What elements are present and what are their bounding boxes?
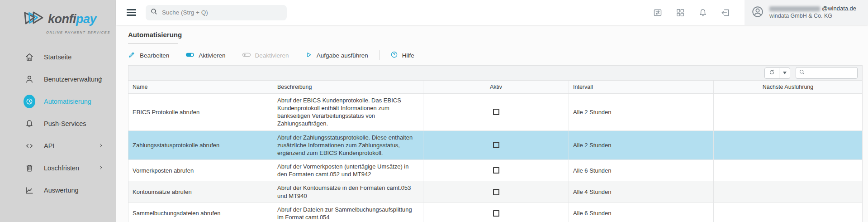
konfipay-logo-icon: [23, 9, 46, 29]
sidebar-item-push-services[interactable]: Push-Services: [0, 112, 116, 135]
toggle-off-icon: [242, 52, 251, 59]
action-toolbar: Bearbeiten Aktivieren Deaktivieren: [128, 49, 863, 61]
refresh-icon: [768, 69, 775, 77]
user-email-domain: @windata.de: [822, 5, 856, 12]
sidebar-item-label: API: [44, 142, 54, 150]
cell-description: Abruf der Zahlungsstatusprotokolle. Dies…: [273, 131, 423, 159]
main-area: @windata.de windata GmbH & Co. KG Automa…: [116, 0, 868, 222]
sidebar-item-label: Push-Services: [44, 120, 86, 127]
sidebar-nav: Startseite Benutzerverwaltung Automatisi…: [0, 46, 116, 201]
cell-next-run: [714, 131, 862, 159]
search-icon: [150, 8, 158, 17]
user-account-menu[interactable]: @windata.de windata GmbH & Co. KG: [745, 0, 868, 25]
cell-description: Abruf der EBICS Kundenprotokolle. Das EB…: [273, 94, 423, 130]
user-info: @windata.de windata GmbH & Co. KG: [769, 5, 856, 20]
search-icon: [799, 69, 805, 77]
column-header-intervall[interactable]: Intervall: [569, 81, 714, 93]
notifications-bell-icon[interactable]: [697, 7, 708, 18]
deactivate-button: Deaktivieren: [242, 52, 289, 59]
column-header-beschreibung[interactable]: Beschreibung: [273, 81, 423, 93]
cell-interval: Alle 2 Stunden: [569, 94, 714, 130]
cell-description: Abruf der Dateien zur Sammelbuchungsaufs…: [273, 203, 423, 222]
user-icon: [24, 73, 35, 85]
play-icon: [305, 51, 313, 60]
table-row[interactable]: Sammelbuchungsdateien abrufen Abruf der …: [128, 203, 862, 222]
column-header-name[interactable]: Name: [128, 81, 273, 93]
sidebar-item-label: Startseite: [44, 53, 71, 61]
code-icon: [24, 140, 35, 152]
hamburger-menu-icon[interactable]: [127, 8, 136, 18]
global-search-input[interactable]: [162, 9, 275, 16]
app-window: konfipay ONLINE PAYMENT SERVICES Startse…: [0, 0, 868, 222]
cell-interval: Alle 2 Stunden: [569, 131, 714, 159]
user-company: windata GmbH & Co. KG: [769, 13, 856, 20]
column-header-naechste-ausfuehrung[interactable]: Nächste Ausführung: [714, 81, 862, 93]
chevron-right-icon: [98, 142, 104, 150]
table-row[interactable]: Kontoumsätze abrufen Abruf der Kontoumsä…: [128, 181, 862, 203]
cell-description: Abruf der Kontoumsätze in den Formaten c…: [273, 181, 423, 202]
home-icon: [24, 51, 35, 63]
run-task-button[interactable]: Aufgabe ausführen: [305, 51, 368, 60]
sidebar: konfipay ONLINE PAYMENT SERVICES Startse…: [0, 0, 116, 222]
aktiv-checkbox[interactable]: [493, 210, 499, 217]
help-icon: [390, 51, 398, 60]
refresh-split-button: [764, 68, 790, 79]
activate-button[interactable]: Aktivieren: [185, 52, 225, 59]
chevron-right-icon: [98, 164, 104, 172]
sidebar-item-label: Automatisierung: [44, 98, 91, 105]
table-row-selected[interactable]: Zahlungsstatusprotokolle abrufen Abruf d…: [128, 131, 862, 160]
table-header-row: Name Beschreibung Aktiv Intervall Nächst…: [128, 81, 862, 94]
topbar-icons: [652, 7, 731, 18]
page-title: Automatisierung: [128, 31, 863, 39]
sidebar-item-api[interactable]: API: [0, 135, 116, 157]
sidebar-item-loeschfristen[interactable]: Löschfristen: [0, 157, 116, 179]
trash-icon: [24, 162, 35, 174]
title-underline: [128, 43, 178, 43]
cell-next-run: [714, 94, 862, 130]
cell-name: Kontoumsätze abrufen: [128, 181, 273, 202]
chevron-right-icon: [98, 75, 104, 83]
topbar: @windata.de windata GmbH & Co. KG: [116, 0, 868, 25]
page-content: Automatisierung Bearbeiten Aktivieren: [116, 25, 868, 222]
apps-grid-icon[interactable]: [675, 7, 686, 18]
sidebar-item-startseite[interactable]: Startseite: [0, 46, 116, 68]
chart-icon: [24, 184, 35, 196]
aktiv-checkbox[interactable]: [493, 109, 499, 115]
pencil-icon: [128, 51, 136, 60]
refresh-button[interactable]: [765, 68, 779, 78]
aktiv-checkbox[interactable]: [493, 189, 499, 195]
cell-name: Vormerkposten abrufen: [128, 160, 273, 181]
table-search-input[interactable]: [807, 70, 853, 76]
toggle-on-icon: [185, 52, 194, 59]
aktiv-checkbox[interactable]: [493, 142, 499, 148]
cell-interval: Alle 6 Stunden: [569, 203, 714, 222]
account-circle-icon: [751, 5, 764, 20]
active-item-disc: [24, 95, 35, 108]
sidebar-item-label: Benutzerverwaltung: [44, 76, 102, 83]
automation-table: Name Beschreibung Aktiv Intervall Nächst…: [128, 65, 863, 222]
sidebar-item-auswertung[interactable]: Auswertung: [0, 179, 116, 201]
cell-name: Zahlungsstatusprotokolle abrufen: [128, 131, 273, 159]
table-row[interactable]: EBICS Protokolle abrufen Abruf der EBICS…: [128, 94, 862, 131]
cell-next-run: [714, 160, 862, 181]
logout-icon[interactable]: [720, 7, 731, 18]
clock-icon: [24, 96, 35, 107]
swap-window-icon[interactable]: [652, 7, 663, 18]
refresh-options-dropdown[interactable]: [779, 68, 790, 78]
caret-down-icon: [783, 72, 787, 74]
cell-description: Abruf der Vormerkposten (untertägige Ums…: [273, 160, 423, 181]
cell-interval: Alle 6 Stunden: [569, 160, 714, 181]
edit-button[interactable]: Bearbeiten: [128, 51, 169, 60]
sidebar-item-benutzerverwaltung[interactable]: Benutzerverwaltung: [0, 68, 116, 90]
column-header-aktiv[interactable]: Aktiv: [423, 81, 569, 93]
sidebar-item-label: Löschfristen: [44, 164, 79, 172]
help-button[interactable]: Hilfe: [390, 51, 414, 60]
toolbar-divider: [379, 50, 379, 60]
table-row[interactable]: Vormerkposten abrufen Abruf der Vormerkp…: [128, 160, 862, 181]
sidebar-item-automatisierung[interactable]: Automatisierung: [0, 90, 116, 112]
cell-interval: Alle 4 Stunden: [569, 181, 714, 202]
brand-tagline: ONLINE PAYMENT SERVICES: [46, 30, 116, 34]
cell-name: EBICS Protokolle abrufen: [128, 94, 273, 130]
brand-logo[interactable]: konfipay ONLINE PAYMENT SERVICES: [0, 0, 116, 46]
aktiv-checkbox[interactable]: [493, 167, 499, 174]
